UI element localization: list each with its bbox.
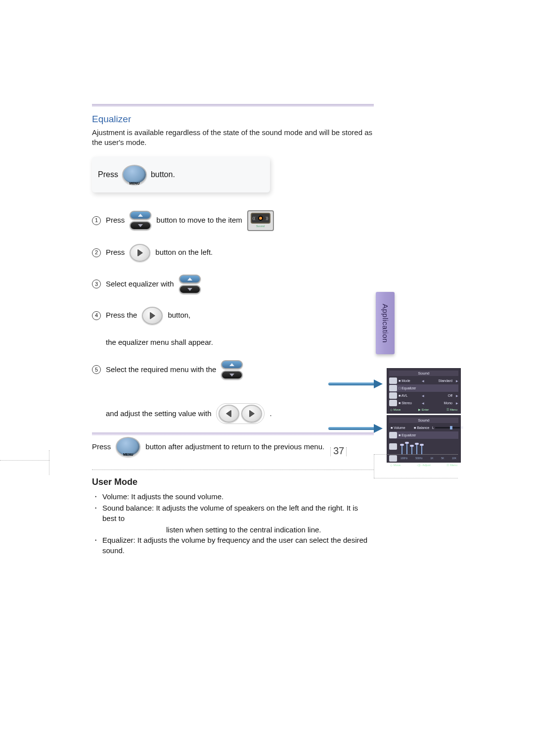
section-tab: Application [376, 292, 395, 354]
flow-arrow-icon [324, 380, 383, 389]
step-number: 3 [92, 280, 101, 288]
top-divider [92, 104, 374, 107]
section-divider [92, 470, 374, 470]
step-number: 4 [92, 311, 101, 320]
step-1: 1 Press button to move to the item (()) … [92, 210, 374, 231]
step-number: 1 [92, 216, 101, 225]
button-label: button. [151, 170, 175, 179]
menu-button-icon: MENU [122, 165, 147, 185]
page-number: 37 [307, 445, 371, 457]
step-3: 3 Select equalizer with [92, 275, 374, 294]
user-mode-bullets: ・Volume: It adjusts the sound volume. ・S… [92, 491, 374, 556]
step-number: 5 [92, 365, 101, 374]
up-down-button-icon [179, 275, 201, 294]
initial-step-box: Press MENU button. [92, 157, 270, 192]
press-label: Press [98, 170, 118, 179]
sound-menu-icon: (()) Sound [247, 210, 274, 231]
bottom-divider [92, 432, 374, 435]
up-down-button-icon [221, 360, 243, 379]
section-intro: Ajustment is available regardless of the… [92, 128, 374, 148]
step-4: 4 Press the button, the equalizer menu s… [92, 307, 374, 347]
osd-sound-menu: Sound ■ Mode◀Standard▶ □ Equalizer ■ AVL… [387, 368, 461, 414]
right-button-icon [142, 307, 163, 325]
corner-decoration [374, 454, 458, 479]
steps-list: 1 Press button to move to the item (()) … [92, 207, 374, 457]
step-number: 2 [92, 248, 101, 257]
up-down-button-icon [130, 211, 151, 230]
menu-button-icon: MENU [116, 437, 140, 457]
section-title: Equalizer [92, 114, 374, 125]
right-button-icon [130, 244, 150, 262]
left-right-button-icon [216, 403, 265, 424]
corner-decoration [0, 460, 49, 480]
step-5: 5 Select the required menu with the and … [92, 360, 374, 424]
step-2: 2 Press button on the left. [92, 244, 374, 262]
user-mode-title: User Mode [92, 477, 374, 487]
